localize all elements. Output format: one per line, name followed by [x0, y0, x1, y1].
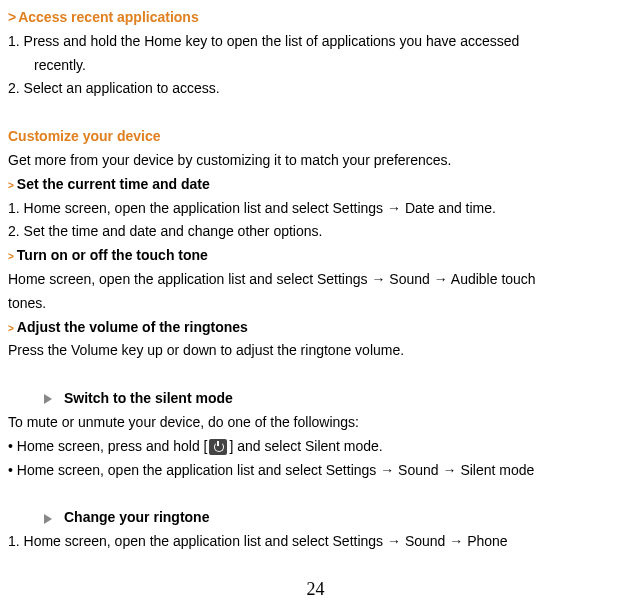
section6-bullet1a: • Home screen, press and hold [ — [8, 438, 207, 454]
section2-intro: Get more from your device by customizing… — [8, 149, 623, 173]
section6-bullet1b: ] and select Silent mode. — [229, 438, 382, 454]
chevron-icon: > — [8, 323, 14, 334]
chevron-icon: > — [8, 180, 14, 191]
section6-bullet1: • Home screen, press and hold [] and sel… — [8, 435, 623, 459]
chevron-icon: > — [8, 9, 16, 25]
heading-volume: Adjust the volume of the ringtones — [17, 319, 248, 335]
section1-step1a: 1. Press and hold the Home key to open t… — [8, 30, 623, 54]
section6-intro: To mute or unmute your device, do one of… — [8, 411, 623, 435]
section4-body-a: Home screen, open the application list a… — [8, 268, 623, 292]
section3-step2: 2. Set the time and date and change othe… — [8, 220, 623, 244]
section6-bullet2: • Home screen, open the application list… — [8, 459, 623, 483]
heading-time-date: Set the current time and date — [17, 176, 210, 192]
chevron-icon: > — [8, 251, 14, 262]
bullet-arrow-icon — [44, 394, 52, 404]
heading-access-recent: Access recent applications — [18, 9, 199, 25]
section1-step2: 2. Select an application to access. — [8, 77, 623, 101]
page-number: 24 — [0, 574, 631, 605]
section1-step1b: recently. — [8, 54, 623, 78]
heading-silent-mode: Switch to the silent mode — [64, 390, 233, 406]
heading-touch-tone: Turn on or off the touch tone — [17, 247, 208, 263]
section3-step1: 1. Home screen, open the application lis… — [8, 197, 623, 221]
section7-step1: 1. Home screen, open the application lis… — [8, 530, 623, 554]
section4-body-b: tones. — [8, 292, 623, 316]
heading-customize: Customize your device — [8, 125, 623, 149]
bullet-arrow-icon — [44, 514, 52, 524]
power-icon — [209, 439, 227, 455]
section5-body: Press the Volume key up or down to adjus… — [8, 339, 623, 363]
heading-change-ringtone: Change your ringtone — [64, 509, 209, 525]
